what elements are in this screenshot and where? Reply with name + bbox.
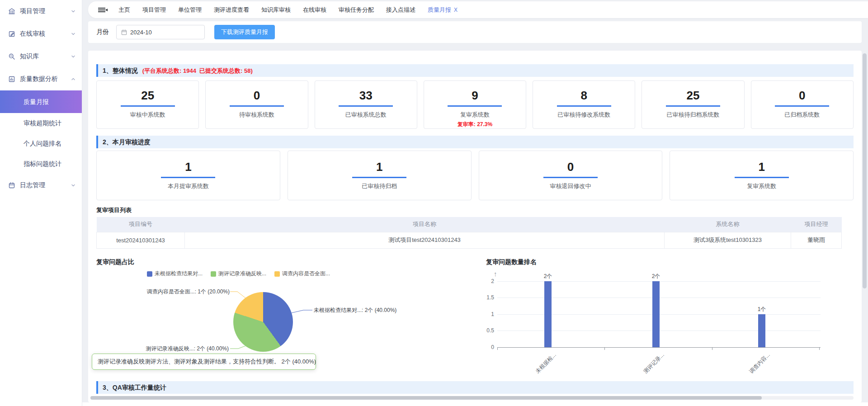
sidebar-subitem-indicator-issue-stats[interactable]: 指标问题统计 [0, 154, 82, 174]
month-picker-input[interactable]: 2024-10 [116, 25, 205, 39]
pie[interactable] [233, 292, 293, 352]
stat-value: 33 [315, 89, 417, 102]
tab-access-point-description[interactable]: 接入点描述 [386, 6, 415, 14]
stat-value: 1 [670, 161, 853, 173]
vertical-scrollbar-thumb[interactable] [863, 53, 867, 288]
edit-icon [8, 30, 15, 38]
col-project-no: 项目编号 [97, 217, 185, 232]
chart-report-icon [8, 76, 15, 83]
bar[interactable] [758, 314, 765, 347]
stat-card-reviewed-total: 33 已审核系统总数 [315, 80, 417, 129]
stat-value: 25 [642, 89, 744, 102]
legend-label: 未根据检查结果对... [155, 270, 203, 278]
tab-quality-monthly-report-active[interactable]: 质量月报X [428, 6, 458, 14]
active-tab-label: 质量月报 [428, 6, 451, 13]
collapse-menu-icon[interactable] [98, 7, 106, 13]
legend-swatch [211, 271, 216, 277]
sidebar-item-quality-data-analysis[interactable]: 质量数据分析 [0, 68, 82, 90]
col-project-name: 项目名称 [185, 217, 665, 232]
stat-label: 已审核待归档 [288, 182, 471, 190]
stat-card-re-review-count: 1 复审系统数 [670, 151, 854, 200]
stat-label: 复审系统数 [424, 111, 526, 119]
horizontal-scrollbar-thumb[interactable] [90, 396, 762, 400]
sidebar-submenu: 质量月报 审核超期统计 个人问题排名 指标问题统计 [0, 90, 82, 174]
stat-label: 本月提审系统数 [97, 182, 280, 190]
bar[interactable] [544, 281, 552, 347]
stat-card-pending-review: 0 待审核系统数 [205, 80, 308, 129]
stat-label: 已审核待归档系统数 [642, 111, 744, 119]
section-title: 2、本月审核进度 [103, 138, 151, 146]
chevron-down-icon [71, 54, 75, 59]
legend-item[interactable]: 未根据检查结果对... [147, 270, 203, 278]
re-review-issue-ranking-bar-chart: 复审问题数量排名 ↑ 0 0.5 1 1.5 2 2个 2个 1个 未根据检..… [486, 255, 854, 384]
section-title: 1、整体情况 [103, 67, 138, 74]
sidebar-subitem-personal-issue-ranking[interactable]: 个人问题排名 [0, 133, 82, 154]
legend-item[interactable]: 测评记录准确反映... [211, 270, 266, 278]
tab-unit-management[interactable]: 单位管理 [178, 6, 202, 14]
tab-online-review[interactable]: 在线审核 [303, 6, 326, 14]
monthly-stats-row: 1 本月提审系统数 1 已审核待归档 0 审核退回修改中 1 复审系统数 [96, 151, 854, 200]
y-tick: 0 [476, 344, 494, 350]
y-tick: 1.5 [476, 294, 494, 301]
stat-card-reviewing: 25 审核中系统数 [96, 80, 199, 129]
calendar-icon [8, 182, 15, 189]
tab-evaluation-progress[interactable]: 测评进度查看 [214, 6, 249, 14]
report-content: 1、整体情况 (平台系统总数: 1944 已提交系统总数: 58) 25 审核中… [88, 51, 862, 402]
stat-label: 审核退回修改中 [479, 182, 662, 190]
stat-value: 0 [479, 161, 662, 173]
stat-label: 已审核待修改系统数 [533, 111, 635, 119]
download-report-button[interactable]: 下载测评质量月报 [214, 25, 275, 39]
stat-value: 1 [288, 161, 471, 173]
pie-callout-record: 测评记录准确反映...: 2个 (40.00%) [146, 345, 229, 352]
sidebar-item-label: 知识库 [20, 52, 71, 61]
stat-card-returned-for-modification: 0 审核退回修改中 [479, 151, 663, 200]
legend-swatch [147, 271, 152, 277]
x-category-label: 未根据检... [534, 351, 558, 375]
table-row: test202410301243 测试项目test202410301243 测试… [97, 232, 842, 248]
legend-item[interactable]: 调查内容是否全面... [274, 270, 330, 278]
re-review-table-title: 复审项目列表 [96, 206, 132, 214]
x-axis-line [497, 347, 821, 348]
stat-label: 复审系统数 [670, 182, 853, 190]
sidebar-item-label: 在线审核 [20, 30, 71, 38]
sidebar-item-knowledge-base[interactable]: 知识库 [0, 45, 82, 68]
close-tab-icon[interactable]: X [454, 7, 458, 13]
stat-value: 0 [206, 89, 307, 102]
stat-card-re-review: 9 复审系统数 复审率: 27.3% [424, 80, 526, 129]
bar-value-label: 2个 [647, 273, 665, 280]
section-title: 3、QA审核工作量统计 [103, 384, 166, 391]
sidebar-item-project-management[interactable]: 项目管理 [0, 0, 82, 23]
pie-chart-title: 复审问题占比 [96, 258, 134, 266]
sidebar-subitem-quality-monthly-report[interactable]: 质量月报 [0, 90, 82, 113]
legend-swatch [274, 271, 280, 277]
stat-value: 9 [424, 89, 526, 102]
sidebar-subitem-review-overdue-stats[interactable]: 审核超期统计 [0, 113, 82, 133]
tab-project-management[interactable]: 项目管理 [142, 6, 166, 14]
x-category-label: 测评记录... [642, 351, 666, 375]
stat-label: 已归档系统数 [751, 111, 853, 119]
chevron-down-icon [71, 32, 75, 36]
stat-card-submitted-this-month: 1 本月提审系统数 [96, 151, 280, 200]
table-header-row: 项目编号 项目名称 系统名称 项目经理 [97, 217, 842, 232]
col-system-name: 系统名称 [665, 217, 791, 232]
stat-label: 待审核系统数 [206, 111, 307, 119]
cell-project-no: test202410301243 [97, 232, 185, 248]
filter-bar: 月份 2024-10 下载测评质量月报 [88, 21, 862, 43]
bottom-strip [82, 402, 868, 406]
chevron-down-icon [71, 9, 75, 14]
sidebar-item-label: 质量数据分析 [20, 75, 71, 83]
stat-value: 25 [97, 89, 198, 102]
cell-project-name: 测试项目test202410301243 [185, 232, 665, 248]
sidebar-item-log-management[interactable]: 日志管理 [0, 174, 82, 197]
chevron-up-icon [71, 77, 75, 81]
tab-home[interactable]: 主页 [118, 6, 130, 14]
stat-card-reviewed-awaiting-archive: 1 已审核待归档 [288, 151, 472, 200]
bar[interactable] [652, 281, 660, 347]
stat-card-reviewed-to-modify: 8 已审核待修改系统数 [533, 80, 635, 129]
section-qa-workload-header: 3、QA审核工作量统计 [96, 381, 854, 394]
sidebar-item-online-review[interactable]: 在线审核 [0, 23, 82, 45]
stat-value: 0 [751, 89, 853, 102]
section-monthly-progress-header: 2、本月审核进度 [96, 136, 854, 148]
tab-review-task-assignment[interactable]: 审核任务分配 [339, 6, 374, 14]
tab-knowledge-review[interactable]: 知识库审核 [261, 6, 291, 14]
